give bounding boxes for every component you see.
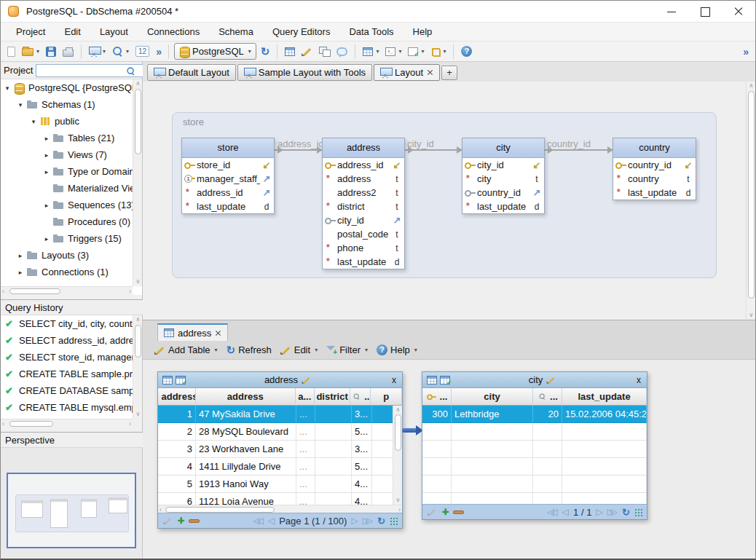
expander-icon[interactable]: ▸ <box>43 235 50 242</box>
scroll-down-icon[interactable]: ∨ <box>393 496 403 505</box>
tree-v-scrollbar[interactable]: ∧∨ <box>133 79 142 286</box>
perspective-header[interactable]: Perspective <box>1 432 143 448</box>
scrollbar-thumb[interactable] <box>165 507 275 513</box>
open-project-button[interactable] <box>20 43 42 60</box>
presentation-button[interactable] <box>87 43 108 60</box>
toolbar-overflow-icon[interactable]: » <box>743 46 748 58</box>
prev-page-icon[interactable]: ◁ <box>562 508 569 516</box>
delete-row-icon[interactable] <box>453 510 464 514</box>
table-column[interactable]: countryt <box>613 172 696 186</box>
maximize-button[interactable] <box>688 1 722 23</box>
table-title[interactable]: address <box>323 138 404 158</box>
close-tab-icon[interactable] <box>427 69 433 76</box>
tree-item-views[interactable]: ▸Views (7) <box>1 146 142 163</box>
menu-connections[interactable]: Connections <box>138 23 209 40</box>
expander-icon[interactable]: ▾ <box>4 84 11 92</box>
grid-row[interactable]: 61121 Loja Avenue...4... <box>158 493 394 505</box>
grid-row-selected[interactable]: 147 MySakila Drive...3... <box>158 406 394 423</box>
table-column[interactable]: last_updated <box>323 255 404 269</box>
column-header-last-update[interactable]: last_update <box>562 388 647 406</box>
tree-item-sequences[interactable]: ▸Sequences (13) <box>1 197 142 213</box>
grid-row[interactable] <box>422 423 647 441</box>
scrollbar-thumb[interactable] <box>748 91 755 299</box>
prev-page-icon[interactable]: ◁ <box>268 516 275 525</box>
minimize-button[interactable] <box>655 1 688 23</box>
scroll-right-icon[interactable]: › <box>129 287 131 296</box>
table-column[interactable]: address_id↗ <box>182 186 274 200</box>
table-column[interactable]: city_id↗ <box>323 213 404 227</box>
resize-handle[interactable] <box>390 517 398 525</box>
column-header-district[interactable]: district <box>315 388 351 406</box>
column-header-address-id[interactable]: address... <box>158 388 196 406</box>
expander-icon[interactable]: ▾ <box>17 101 24 109</box>
tree-item-public[interactable]: ▾public <box>1 113 142 130</box>
query-v-scrollbar[interactable]: ∧∨ <box>133 315 142 419</box>
table-column[interactable]: last_updated <box>613 186 696 200</box>
relation-line[interactable] <box>275 149 322 151</box>
grid-row[interactable] <box>422 493 647 505</box>
grid-row[interactable]: 323 Workhaven Lane...3... <box>158 441 394 458</box>
script-check-button[interactable] <box>406 43 426 60</box>
column-header-country-id[interactable]: ... <box>533 388 562 406</box>
grid-row-selected[interactable]: 300Lethbridge2015.02.2006 04:45:25 000 <box>422 406 647 423</box>
data-tab-address[interactable]: address <box>157 323 228 341</box>
column-header-address2[interactable]: a... <box>296 388 315 406</box>
scroll-down-icon[interactable]: ∨ <box>133 410 143 419</box>
close-button[interactable] <box>722 1 755 23</box>
add-row-icon[interactable]: + <box>178 515 184 527</box>
add-table-tool-button[interactable] <box>361 43 381 60</box>
draw-relation-button[interactable] <box>299 43 315 60</box>
tree-item-layouts[interactable]: ▸Layouts (3) <box>1 247 142 264</box>
grid-row[interactable]: 228 MySQL Boulevard...5... <box>158 423 394 441</box>
tab-layout-active[interactable]: Layout <box>374 64 440 81</box>
table-column[interactable]: postal_codet <box>323 227 404 241</box>
grid-window-address[interactable]: address x address... address a... distri… <box>157 371 403 529</box>
refresh-data-icon[interactable]: ↻ <box>377 516 385 527</box>
close-grid-button[interactable]: x <box>635 375 642 385</box>
next-page-icon[interactable]: ▷ <box>596 508 602 516</box>
menu-help[interactable]: Help <box>403 23 442 40</box>
relation-line[interactable] <box>545 149 613 151</box>
menu-data-tools[interactable]: Data Tools <box>339 23 403 40</box>
scroll-up-icon[interactable]: ∧ <box>133 79 143 88</box>
expand-button[interactable]: » <box>154 43 163 60</box>
page-count-button[interactable]: 12 <box>133 43 151 60</box>
tab-default-layout[interactable]: Default Layout <box>147 64 236 81</box>
refresh-schema-button[interactable]: ↻ <box>259 43 272 60</box>
query-history-item[interactable]: ✔SELECT city_id, city, country_id <box>1 315 142 332</box>
diagram-v-scrollbar[interactable]: ∧∨ <box>746 82 755 320</box>
tree-item-triggers[interactable]: ▸Triggers (15) <box>1 230 142 247</box>
grid-row[interactable] <box>422 441 647 458</box>
table-column[interactable]: address2t <box>323 186 404 200</box>
diagram-table-address[interactable]: address address_id↙ addresst address2t d… <box>322 138 405 269</box>
diagram-table-city[interactable]: city city_id↙ cityt country_id↗ last_upd… <box>462 138 545 214</box>
menu-schema[interactable]: Schema <box>209 23 263 40</box>
expander-icon[interactable]: ▸ <box>43 151 50 159</box>
refresh-data-icon[interactable]: ↻ <box>622 507 630 518</box>
expander-icon[interactable]: ▸ <box>43 202 50 209</box>
next-page-icon[interactable]: ▷ <box>351 516 358 525</box>
save-button[interactable] <box>44 43 58 60</box>
diagram-canvas[interactable]: store address_id city_id country_id stor… <box>143 82 756 320</box>
table-column[interactable]: manager_staff_id↗ <box>182 172 274 186</box>
table-title[interactable]: store <box>182 138 274 158</box>
new-project-button[interactable] <box>5 43 17 60</box>
grid-row[interactable] <box>422 458 647 476</box>
grid-row[interactable]: 51913 Hanoi Way...4... <box>158 476 394 493</box>
first-page-icon[interactable]: ◁◁ <box>547 508 554 516</box>
column-header-postal[interactable]: p <box>371 388 402 406</box>
grid-row[interactable] <box>422 476 647 493</box>
column-header-city-id[interactable]: .. <box>350 388 371 406</box>
grid-title-bar[interactable]: city x <box>422 372 647 388</box>
grid-v-scrollbar[interactable]: ∧∨ <box>393 406 402 505</box>
table-icon[interactable] <box>162 376 173 384</box>
zoom-button[interactable] <box>110 43 131 60</box>
table-column[interactable]: store_id↙ <box>182 158 274 172</box>
scroll-down-icon[interactable]: ∨ <box>747 311 756 320</box>
table-column[interactable]: last_updated <box>182 200 274 213</box>
query-history-item[interactable]: ✔CREATE DATABASE sample <box>1 382 142 399</box>
table-column[interactable]: address_id↙ <box>323 158 404 172</box>
expander-icon[interactable]: ▸ <box>17 252 24 259</box>
table-title[interactable]: city <box>462 138 544 158</box>
add-table-button[interactable]: Add Table <box>151 343 221 357</box>
